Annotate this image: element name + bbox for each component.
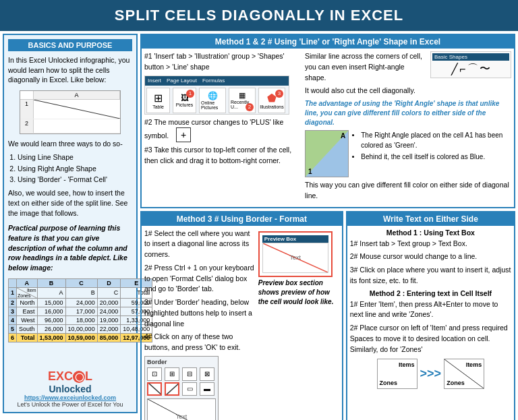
- intro-text: In this Excel Unlocked infographic, you …: [8, 55, 132, 85]
- result-zones: Zones: [447, 380, 465, 386]
- methods-intro: We would learn three ways to do so-: [8, 139, 132, 149]
- table-subheader-row: 1 Item Zones A B C Total: [9, 287, 152, 298]
- bottom-row: Method 3 # Using Border - Format 1# Sele…: [140, 211, 515, 421]
- page-header: SPLIT CELLS DIAGONALLY IN EXCEL: [0, 0, 518, 31]
- plus-cursor: +: [176, 127, 191, 142]
- methods-list: Using Line Shape Using Right Angle Shape…: [8, 152, 132, 185]
- wt-m2-step1: 1# Enter 'Item', then press Alt+Enter to…: [350, 299, 511, 321]
- method-2: Using Right Angle Shape: [18, 163, 132, 175]
- method3-section: Method 3 # Using Border - Format 1# Sele…: [140, 211, 343, 421]
- method-3: Using 'Border' - 'Format Cell': [18, 174, 132, 185]
- logo-tagline: Let's Unlock the Power of Excel for You: [8, 401, 132, 408]
- border-btn-8[interactable]: ▬: [200, 382, 214, 396]
- badge-3: 3: [275, 90, 283, 98]
- write-text-section: Write Text on Either Side Method 1 : Usi…: [346, 211, 515, 421]
- wt-m1-step2: 2# Mouse cursor would change to a line.: [350, 251, 511, 262]
- svg-line-0: [34, 100, 120, 119]
- col-a-header: A: [34, 91, 120, 99]
- border-btn-4[interactable]: ⊠: [200, 367, 214, 381]
- border-btn-7[interactable]: ▭: [182, 382, 197, 396]
- shape-curve: 〜: [480, 62, 490, 76]
- advantage-text: The advantage of using the 'Right Angle'…: [305, 99, 511, 127]
- method-1: Using Line Shape: [18, 152, 132, 163]
- bullet-list: The Right Angle placed on the cell A1 ha…: [353, 130, 511, 163]
- border-preview-text: Text: [176, 413, 188, 420]
- method12-section: Method 1 & 2 # Using 'Line' or 'Right An…: [140, 34, 515, 208]
- page-title: SPLIT CELLS DIAGONALLY IN EXCEL: [115, 7, 403, 24]
- svg-line-3: [166, 383, 178, 395]
- preview-caption: Preview box section shows preview of how…: [258, 278, 339, 307]
- result-items: Items: [466, 361, 482, 368]
- basic-shapes-box: Basic Shapes ╱ ⌐ ⌒ 〜: [430, 51, 511, 78]
- right-panel: Method 1 & 2 # Using 'Line' or 'Right An…: [140, 34, 515, 413]
- ribbon-group-pictures: 🖼 Pictures 1: [173, 88, 196, 113]
- border-btn-2[interactable]: ⊞: [165, 367, 179, 381]
- chart-body: 1 2: [20, 100, 120, 133]
- table-row: 5 South 26,000 10,00,000 22,000 10,48,00…: [9, 324, 152, 333]
- svg-line-2: [148, 383, 161, 395]
- wt-method1-title: Method 1 : Using Text Box: [350, 229, 511, 237]
- write-text-body: Method 1 : Using Text Box 1# Insert tab …: [347, 226, 514, 421]
- cell-1-label: 1: [308, 168, 312, 175]
- m3-step2: 2# Press Ctrl + 1 on your keyboard to op…: [144, 263, 254, 295]
- method12-body: #1 'Insert' tab > 'Illustration' group >…: [142, 49, 514, 207]
- items-zones-result: Items Zones: [444, 359, 484, 389]
- logo-text: EXC◯L: [8, 369, 132, 384]
- table-icon: ⊞: [154, 92, 163, 104]
- cell-demo: A 1: [305, 130, 349, 177]
- m3-step3: 3# Under 'Border' heading, below highlig…: [144, 297, 254, 329]
- ribbon-mockup: Insert Page Layout Formulas ⊞ Table 🖼: [144, 76, 289, 115]
- step3-text: #3 Take this cursor to top-left corner o…: [144, 145, 299, 167]
- chart-row-1: 1: [20, 100, 120, 119]
- border-btn-1[interactable]: ⊡: [147, 367, 162, 381]
- italic-text: Practical purpose of learning this featu…: [8, 223, 132, 272]
- basics-title: BASICS AND PURPOSE: [8, 39, 132, 51]
- excel-chart-demo: A 1 2: [20, 90, 121, 134]
- items-zones-container: Items Zones >>> Items Zones: [350, 359, 511, 389]
- preview-text: Text: [289, 254, 301, 261]
- wt-method2-title: Method 2 : Entering text in Cell Itself: [350, 289, 511, 297]
- chart-header: A: [20, 91, 120, 100]
- border-diag-btn-2[interactable]: [165, 382, 179, 396]
- shape-angle: ⌐: [459, 63, 465, 76]
- method12-right: Basic Shapes ╱ ⌐ ⌒ 〜 Similar line across…: [305, 51, 511, 204]
- logo-area: EXC◯L Unlocked https://www.exceiunlocked…: [8, 367, 132, 408]
- ribbon-group-table: ⊞ Table: [146, 88, 170, 113]
- row-num-header: [20, 91, 34, 99]
- m3-step1: 1# Select the cell where you want to ins…: [144, 229, 254, 260]
- preview-box: Preview Box Text: [258, 231, 333, 277]
- basic-shapes-title: Basic Shapes: [432, 53, 509, 61]
- table-total-row: 6 Total 1,53,000 10,59,000 85,000 12,97,…: [9, 333, 152, 342]
- chart-row-2: 2: [20, 119, 120, 133]
- method3-body: 1# Select the cell where you want to ins…: [142, 226, 342, 421]
- recently-icon: ▦: [239, 91, 246, 100]
- left-panel: BASICS AND PURPOSE In this Excel Unlocke…: [3, 34, 138, 413]
- border-dialog-title: Border: [147, 359, 216, 365]
- bottom-text: This way you can give different fill col…: [305, 180, 511, 202]
- bullet-2: Behind it, the cell itself is colored as…: [361, 152, 511, 162]
- shapes-row: ╱ ⌐ ⌒ 〜: [432, 62, 509, 76]
- table-row: 2 North 15,000 24,000 20,000 59,000: [9, 298, 152, 307]
- tab-formulas: Formulas: [200, 76, 227, 86]
- ribbon-content: ⊞ Table 🖼 Pictures 1 🌐 Online Pictures: [145, 86, 289, 115]
- sample-table: A B C D E 1 Item Zones A B C Total: [8, 278, 152, 342]
- badge-2: 2: [246, 103, 254, 111]
- border-dialog: Border ⊡ ⊞ ⊟ ⊠: [144, 356, 219, 420]
- border-preview: Text: [147, 398, 216, 420]
- bullet-1: The Right Angle placed on the cell A1 ha…: [361, 130, 511, 150]
- table-header-row: A B C D E: [9, 278, 152, 287]
- online-icon: 🌐: [208, 91, 218, 100]
- source-items: Items: [399, 361, 415, 368]
- logo-url[interactable]: https://www.exceiunlocked.com: [8, 394, 132, 401]
- shape-arc: ⌒: [467, 62, 478, 76]
- wt-m1-step1: 1# Insert tab > Text group > Text Box.: [350, 239, 511, 249]
- border-btn-3[interactable]: ⊟: [182, 367, 197, 381]
- tab-insert: Insert: [145, 76, 164, 86]
- method12-title: Method 1 & 2 # Using 'Line' or 'Right An…: [142, 35, 514, 49]
- border-diag-btn-1[interactable]: [147, 382, 162, 396]
- cell-a-label: A: [341, 132, 345, 140]
- wt-m1-step3: 3# Click on place where you want to inse…: [350, 265, 511, 287]
- main-content: BASICS AND PURPOSE In this Excel Unlocke…: [0, 31, 518, 416]
- table-row: 3 East 16,000 17,000 24,000 57,000: [9, 307, 152, 316]
- shape-line: ╱: [451, 63, 458, 76]
